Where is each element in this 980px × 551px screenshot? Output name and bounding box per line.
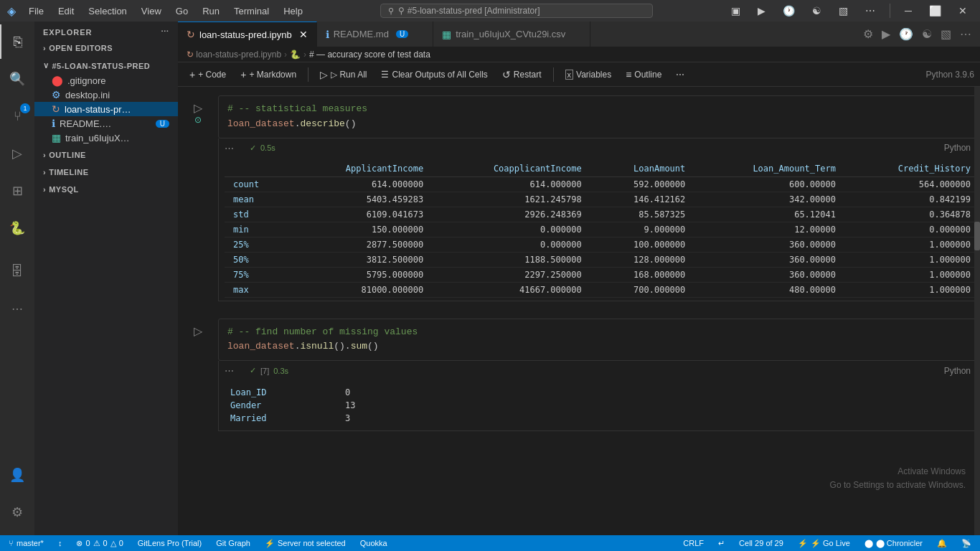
run-all-button[interactable]: ▷ ▷ Run All [314,67,372,83]
more-toolbar-button[interactable]: ⋯ [670,67,690,82]
sidebar-mysql-header[interactable]: › MYSQL [34,182,178,197]
scroll-indicator[interactable] [974,87,980,535]
menu-edit[interactable]: Edit [52,4,80,18]
activity-item-extensions[interactable]: ⊞ [0,174,34,208]
cell-6-output: ⋯ ✓ 0.5s Python [218,138,980,301]
more-button[interactable]: ⋯ [859,4,881,18]
menu-go[interactable]: Go [170,4,194,18]
status-broadcast[interactable]: 📡 [958,539,974,548]
clear-outputs-button[interactable]: ☰ Clear Outputs of All Cells [375,67,493,82]
statistical-comment: # -- statistical measures [227,103,367,114]
activity-item-python[interactable]: 🐍 [0,211,34,245]
python-version-label[interactable]: Python 3.9.6 [926,70,974,80]
warning-count: 0 [103,539,108,547]
status-branch[interactable]: ⑂ master* [6,539,47,547]
layout-toggle-5[interactable]: ▧ [833,4,854,18]
cell-7-more[interactable]: ⋯ [219,362,240,379]
activity-item-source-control[interactable]: ⑂ 1 [0,99,34,133]
breadcrumb-file[interactable]: ↻ loan-status-pred.ipynb [187,50,281,60]
add-markdown-button[interactable]: + + Markdown [235,67,302,83]
theme-icon-tab[interactable]: ☯ [919,26,935,42]
status-gitlens[interactable]: GitLens Pro (Trial) [135,539,204,547]
history-icon-tab[interactable]: 🕐 [896,26,916,42]
titlebar-actions: ▣ ▶ 🕐 ☯ ▧ ⋯ ─ ⬜ ✕ [725,4,973,18]
sidebar-item-notebook[interactable]: ↻ loan-status-pr… [34,102,178,116]
tab-notebook[interactable]: ↻ loan-status-pred.ipynb ✕ [178,22,317,47]
status-git-graph[interactable]: Git Graph [213,539,253,547]
cell-7-run-button[interactable]: ▷ [194,324,202,338]
menu-selection[interactable]: Selection [83,4,132,18]
table-cell-label: 50% [225,252,289,267]
search-box[interactable]: ⚲ ⚲ #5-loan-status-pred [Administrator] [380,4,653,18]
menu-terminal[interactable]: Terminal [228,4,275,18]
more-tab-btn[interactable]: ⋯ [957,26,974,42]
close-button[interactable]: ✕ [953,4,973,18]
status-quokka[interactable]: Quokka [357,539,390,547]
sidebar-timeline-header[interactable]: › TIMELINE [34,165,178,179]
sidebar-section-project-header[interactable]: ∨ #5-LOAN-STATUS-PRED [34,58,178,73]
activity-item-explorer[interactable]: ⎘ [0,24,34,59]
minimize-button[interactable]: ─ [899,4,918,18]
activate-line1: Activate Windows [830,465,966,479]
tab-csv[interactable]: ▦ train_u6IujuX_CVtu29i.csv ✕ [433,22,590,47]
menu-help[interactable]: Help [278,4,308,18]
sidebar-section-open-editors-header[interactable]: › OPEN EDITORS [34,41,178,55]
notebook-toolbar: + + Code + + Markdown ▷ ▷ Run All ☰ Clea… [178,62,980,87]
outline-button[interactable]: ≡ Outline [620,67,667,83]
breadcrumb-current[interactable]: # — accuracy score of test data [309,50,430,60]
breadcrumb-python[interactable]: 🐍 [290,50,301,60]
scroll-thumb[interactable] [974,222,980,250]
cell-6-more[interactable]: ⋯ [219,140,240,156]
sidebar-more-button[interactable]: ⋯ [161,27,169,37]
cell-6-code[interactable]: # -- statistical measures loan_dataset.d… [218,95,980,138]
sidebar-item-gitignore[interactable]: ⬤ .gitignore [34,73,178,88]
breadcrumb-current-label: # — accuracy score of test data [309,50,430,60]
settings-icon-tab[interactable]: ⚙ [860,26,876,42]
table-cell-value: 168.000000 [590,267,694,282]
layout-toggle-1[interactable]: ▣ [725,4,746,18]
variables-button[interactable]: x Variables [560,67,618,82]
status-chronicler[interactable]: ⬤ ⬤ Chronicler [862,539,925,548]
activity-item-more[interactable]: ⋯ [0,291,34,326]
code-line-describe: loan_dataset.describe() [227,117,971,132]
restore-button[interactable]: ⬜ [923,4,947,18]
status-sync[interactable]: ↕ [55,539,65,547]
cell-6-content: # -- statistical measures loan_dataset.d… [218,95,980,301]
add-code-button[interactable]: + + Code [184,67,232,83]
status-encoding[interactable]: CRLF [680,539,707,547]
layout-icon-tab[interactable]: ▧ [938,26,954,42]
status-server[interactable]: ⚡ Server not selected [262,539,349,548]
layout-toggle-4[interactable]: ☯ [806,4,827,18]
status-errors[interactable]: ⊗ 0 ⚠ 0 △ 0 [73,539,126,548]
cell-6-run-indicator: ⊙ [194,115,202,125]
activity-item-search[interactable]: 🔍 [0,62,34,96]
menu-run[interactable]: Run [197,4,225,18]
loan-dataset-ref-2: loan_dataset [227,341,295,352]
activity-item-account[interactable]: 👤 [0,458,34,492]
activity-item-database[interactable]: 🗄 [0,254,34,288]
status-go-live[interactable]: ⚡ ⚡ Go Live [795,539,853,548]
menu-view[interactable]: View [136,4,167,18]
tab-readme[interactable]: ℹ README.md U ✕ [317,22,434,47]
activity-item-run[interactable]: ▷ [0,136,34,171]
restart-button[interactable]: ↺ Restart [496,67,547,83]
add-code-label: + Code [198,70,226,80]
th-loan-amount-term: Loan_Amount_Term [694,161,844,177]
sidebar-item-csv[interactable]: ▦ train_u6IujuX… [34,131,178,145]
status-eol[interactable]: ↵ [715,539,727,548]
layout-toggle-3[interactable]: 🕐 [777,4,801,18]
sidebar-section-mysql: › MYSQL [34,181,178,198]
status-cell-info[interactable]: Cell 29 of 29 [736,539,786,547]
sidebar-item-readme[interactable]: ℹ README.… U [34,116,178,131]
menu-file[interactable]: File [23,4,50,18]
activity-item-settings[interactable]: ⚙ [0,495,34,529]
cell-6-run-button[interactable]: ▷ [194,101,202,115]
gitlens-label: GitLens Pro (Trial) [138,539,202,547]
cell-7-code[interactable]: # -- find number of missing values loan_… [218,319,980,362]
sidebar-item-desktop-ini[interactable]: ⚙ desktop.ini [34,88,178,102]
play-icon-tab[interactable]: ▶ [879,26,893,42]
status-notifications[interactable]: 🔔 [934,539,950,548]
sidebar-outline-header[interactable]: › OUTLINE [34,148,178,162]
tab-notebook-close[interactable]: ✕ [299,29,308,40]
layout-toggle-2[interactable]: ▶ [752,4,771,18]
